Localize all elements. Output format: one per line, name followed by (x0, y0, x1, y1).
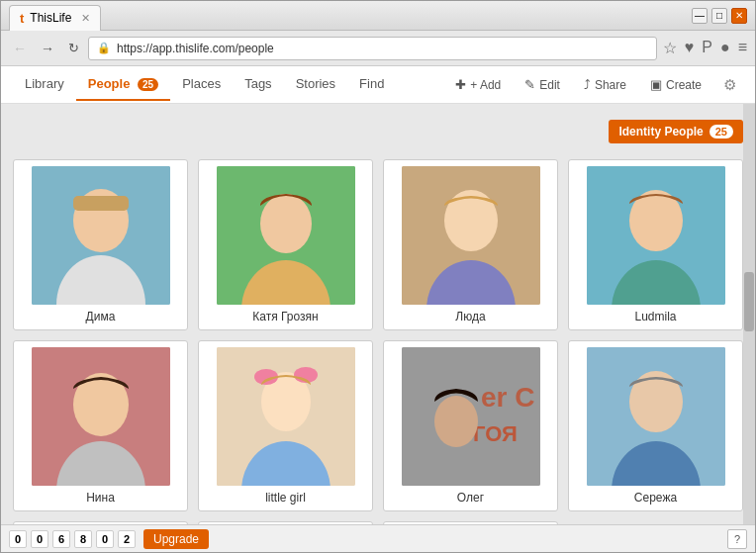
plus-icon: ✚ (455, 77, 466, 92)
add-button[interactable]: ✚ + Add (445, 72, 511, 97)
person-name-nina: Нина (86, 491, 115, 505)
scrollbar[interactable] (743, 104, 755, 524)
maximize-button[interactable]: □ (711, 8, 727, 24)
person-name-katya: Катя Грозян (252, 310, 318, 323)
tab-favicon: t (20, 11, 24, 26)
person-card-partial-2[interactable] (198, 521, 373, 524)
person-photo-ludmila (587, 166, 725, 305)
person-photo-oleg: er C ГОЯ (402, 347, 540, 486)
person-photo-seryozha (587, 347, 725, 486)
nav-library[interactable]: Library (13, 68, 76, 101)
svg-rect-3 (73, 196, 129, 211)
minimize-button[interactable]: — (692, 8, 708, 24)
person-name-oleg: Олег (457, 491, 484, 505)
help-button[interactable]: ? (727, 529, 747, 549)
person-card-katya[interactable]: Катя Грозян (198, 159, 373, 330)
person-card-partial-empty (568, 521, 743, 524)
url-text: https://app.thislife.com/people (117, 42, 274, 55)
person-name-little-girl: little girl (265, 491, 306, 505)
person-name-ludmila: Ludmila (634, 310, 676, 323)
thislife-icon[interactable]: ● (720, 39, 730, 57)
create-icon: ▣ (650, 77, 662, 92)
counter-digit-3: 8 (74, 530, 92, 548)
lock-icon: 🔒 (97, 42, 111, 54)
title-bar: t ThisLife ✕ — □ ✕ (1, 1, 755, 31)
share-button[interactable]: ⤴ Share (574, 72, 636, 97)
person-photo-katya (217, 166, 355, 305)
person-card-partial-3[interactable] (383, 521, 558, 524)
person-photo-dima (32, 166, 170, 305)
person-name-seryozha: Сережа (634, 491, 677, 505)
app-nav-bar: Library People 25 Places Tags Stories Fi… (1, 66, 755, 104)
nav-actions: ✚ + Add ✎ Edit ⤴ Share ▣ Create ⚙ (445, 71, 743, 99)
address-bar: ← → ↻ 🔒 https://app.thislife.com/people … (1, 31, 755, 66)
close-button[interactable]: ✕ (731, 8, 747, 24)
nav-tags[interactable]: Tags (233, 68, 283, 101)
pinterest-icon[interactable]: P (702, 39, 712, 57)
person-card-ludmila[interactable]: Ludmila (568, 159, 743, 330)
tab-title: ThisLife (30, 11, 71, 25)
tab-close-button[interactable]: ✕ (81, 12, 90, 25)
content-area: Identity People 25 Дима (1, 104, 755, 524)
person-card-lyuda[interactable]: Люда (383, 159, 558, 330)
create-button[interactable]: ▣ Create (640, 72, 711, 97)
counter-digit-1: 0 (31, 530, 48, 548)
menu-icon[interactable]: ≡ (738, 39, 747, 57)
url-bar[interactable]: 🔒 https://app.thislife.com/people (88, 37, 657, 60)
people-grid-row2: Нина little girl (13, 340, 743, 511)
identity-count-badge: 25 (709, 125, 733, 138)
main-content: Identity People 25 Дима (1, 104, 755, 524)
refresh-button[interactable]: ↻ (64, 40, 82, 57)
bookmark-icon[interactable]: ♥ (685, 39, 695, 57)
scrollbar-thumb[interactable] (744, 272, 754, 331)
nav-stories[interactable]: Stories (284, 68, 347, 101)
forward-button[interactable]: → (37, 38, 58, 59)
share-icon: ⤴ (584, 77, 591, 92)
people-badge: 25 (138, 78, 158, 91)
person-name-dima: Дима (86, 310, 116, 323)
counter-digit-5: 2 (118, 530, 136, 548)
svg-text:ГОЯ: ГОЯ (473, 421, 518, 446)
pencil-icon: ✎ (524, 77, 535, 92)
window-controls: — □ ✕ (692, 8, 747, 24)
counter-digit-2: 6 (52, 530, 70, 548)
identity-bar: Identity People 25 (13, 114, 743, 149)
person-card-dima[interactable]: Дима (13, 159, 188, 330)
nav-places[interactable]: Places (170, 68, 233, 101)
browser-tab[interactable]: t ThisLife ✕ (9, 5, 101, 31)
person-name-lyuda: Люда (455, 310, 485, 323)
svg-point-24 (434, 396, 478, 447)
settings-button[interactable]: ⚙ (715, 71, 743, 99)
svg-text:er C: er C (481, 382, 534, 413)
browser-window: t ThisLife ✕ — □ ✕ ← → ↻ 🔒 https://app.t… (0, 0, 756, 553)
nav-people[interactable]: People 25 (76, 68, 170, 101)
edit-button[interactable]: ✎ Edit (515, 72, 570, 97)
people-grid-row3-partial (13, 521, 743, 524)
counter-digit-4: 0 (96, 530, 114, 548)
people-grid-row1: Дима Катя Грозян (13, 159, 743, 330)
person-card-seryozha[interactable]: Сережа (568, 340, 743, 511)
identity-people-button[interactable]: Identity People 25 (609, 120, 743, 143)
person-photo-nina (32, 347, 170, 486)
star-icon[interactable]: ☆ (663, 39, 677, 57)
counter-digit-0: 0 (9, 530, 27, 548)
nav-find[interactable]: Find (347, 68, 396, 101)
person-card-nina[interactable]: Нина (13, 340, 188, 511)
person-photo-little-girl (217, 347, 355, 486)
person-photo-lyuda (402, 166, 540, 305)
person-card-oleg[interactable]: er C ГОЯ Олег (383, 340, 558, 511)
person-card-little-girl[interactable]: little girl (198, 340, 373, 511)
upgrade-button[interactable]: Upgrade (143, 529, 209, 549)
back-button[interactable]: ← (9, 38, 31, 59)
person-card-partial-1[interactable] (13, 521, 188, 524)
identity-people-label: Identity People (618, 125, 703, 138)
bottom-bar: 0 0 6 8 0 2 Upgrade ? (1, 524, 755, 552)
svg-point-5 (260, 194, 312, 253)
browser-toolbar-icons: ☆ ♥ P ● ≡ (663, 39, 747, 57)
